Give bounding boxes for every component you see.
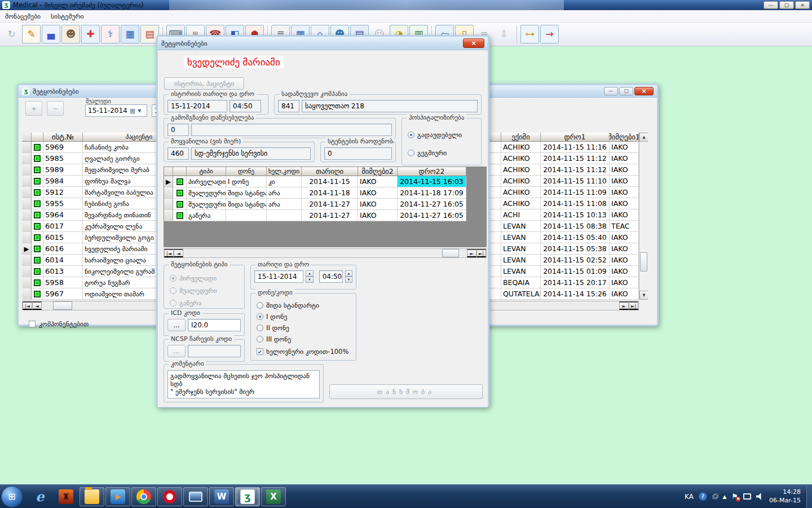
minimize-button[interactable]: — <box>764 1 778 9</box>
scroll-down-icon[interactable]: ▼ <box>639 291 648 300</box>
hscroll-thumb[interactable] <box>442 249 459 257</box>
radio-internal-standard-icon[interactable] <box>257 302 263 309</box>
header-time1[interactable]: დრო1 <box>541 133 610 142</box>
hscroll-track[interactable] <box>183 249 467 257</box>
patient-button[interactable]: ☻ <box>61 25 80 43</box>
menu-data[interactable]: მონაცემები <box>0 11 46 22</box>
radio-planned-icon[interactable] <box>408 150 414 156</box>
manual-code-checkbox-row[interactable]: ✔ ხელოვნური კოდით-100% <box>257 348 348 356</box>
show-desktop-button[interactable] <box>806 485 812 508</box>
insurance-code-field[interactable]: 841 <box>278 100 299 112</box>
hscroll-left-icon[interactable]: ◄ <box>32 301 42 310</box>
sender-code-field[interactable]: 0 <box>167 124 189 136</box>
spin-down-icon[interactable]: ▼ <box>306 277 313 283</box>
radio-internal-standard[interactable]: შიდა სტანდარტი <box>257 301 319 309</box>
radio-level-2[interactable]: II დონე <box>257 324 289 332</box>
header-status[interactable] <box>173 167 187 176</box>
pharmacy-box-button[interactable]: ✚ <box>81 25 100 43</box>
brought-by-code-field[interactable]: 460 <box>167 147 189 160</box>
bed-button[interactable]: ▄ <box>42 25 60 43</box>
icd-browse-button[interactable]: ... <box>167 319 186 331</box>
vscroll-thumb[interactable] <box>640 252 647 271</box>
network-icon[interactable] <box>743 493 751 500</box>
add-record-button[interactable]: ＋ <box>25 101 42 116</box>
history-date-field[interactable]: 15-11-2014 <box>167 100 227 112</box>
sender-name-field[interactable] <box>191 124 392 136</box>
exit-door-button[interactable]: → <box>540 25 559 43</box>
table-row[interactable]: შუალედურიშიდა სტანდარტიარა2014-11-18IAKO… <box>164 187 486 199</box>
scroll-up-icon[interactable]: ▲ <box>639 133 648 142</box>
hscroll-last-icon[interactable]: ►| <box>476 249 486 257</box>
keys-button[interactable]: ⊶ <box>520 25 539 43</box>
icd-code-field[interactable]: I20.0 <box>188 319 241 331</box>
comment-textarea[interactable]: გადმოყვანილია მცხეთის ჯეო ჰოსპიტლიდან სდ… <box>167 370 320 398</box>
components-checkbox-row[interactable]: კომპონენტებით <box>29 320 89 328</box>
stents-count-field[interactable]: 0 <box>324 147 392 160</box>
help-tray-icon[interactable]: ? <box>699 492 707 501</box>
ncsp-code-field[interactable] <box>188 345 241 357</box>
xray-button[interactable]: ▦ <box>121 25 139 43</box>
hscroll-last-icon[interactable]: ►| <box>629 301 638 310</box>
header-receiver2[interactable]: მიმღები2 <box>358 167 398 176</box>
menu-system[interactable]: სისტემური <box>46 11 89 22</box>
hscroll-right-icon[interactable]: ► <box>467 249 476 257</box>
hscroll-left-icon[interactable]: ◄ <box>174 249 183 257</box>
radio-level-1-icon[interactable] <box>257 313 263 320</box>
radio-urgent-icon[interactable] <box>408 132 414 138</box>
date-spinner-field[interactable]: 15-11-2014 <box>254 270 303 283</box>
nurse-button[interactable]: ⚕ <box>101 25 120 43</box>
time-spinner[interactable]: ▲ ▼ <box>345 270 352 283</box>
messages-grid-hscrollbar[interactable]: |◄ ◄ ► ►| <box>164 248 487 258</box>
close-button[interactable]: × <box>795 1 810 9</box>
brought-by-name-field[interactable]: სდ-ემერჯენსი სერვისი <box>191 147 311 160</box>
radio-level-3[interactable]: III დონე <box>257 335 291 343</box>
patients-grid-vscrollbar[interactable]: ▲ ▼ <box>639 133 648 300</box>
hscroll-thumb[interactable] <box>53 301 72 310</box>
taskbar-media-player[interactable]: ▶ <box>105 487 130 506</box>
hscroll-right-icon[interactable]: ► <box>619 301 629 310</box>
header-hand-code[interactable]: ხელ.კოდი <box>267 167 302 176</box>
taskbar-fire-tower[interactable]: ♜ <box>54 487 78 506</box>
maximize-button[interactable]: ▢ <box>779 1 794 9</box>
header-doctor[interactable]: ექიმი <box>501 133 541 142</box>
header-hist-number[interactable]: ისტ.№ <box>43 133 83 142</box>
restore-window-tray-icon[interactable]: ▢ <box>712 493 717 500</box>
radio-planned[interactable]: გეგმიური <box>408 149 447 157</box>
period-date-picker[interactable]: 15-11-2014 ▦ ▼ <box>85 104 147 117</box>
header-type[interactable]: ტიპი <box>187 167 226 176</box>
taskbar-remote-desktop[interactable] <box>183 487 208 506</box>
spin-down-icon[interactable]: ▼ <box>345 277 352 283</box>
taskbar-explorer[interactable] <box>80 487 104 506</box>
taskbar-ie[interactable]: e <box>28 487 52 506</box>
hscroll-first-icon[interactable]: |◄ <box>164 249 174 257</box>
table-row[interactable]: ▶პირველადიI დონეკი2014-11-15IAKO2014-11-… <box>164 176 486 187</box>
bgw-close-button[interactable]: × <box>634 87 654 95</box>
taskbar-word[interactable]: W <box>209 487 234 506</box>
taskbar-medical-app[interactable]: ʒ <box>235 487 260 506</box>
history-time-field[interactable]: 04:50 <box>230 100 261 112</box>
date-spinner[interactable]: ▲ ▼ <box>306 270 313 283</box>
dialog-close-button[interactable]: × <box>463 38 484 48</box>
table-row[interactable]: გაწერა2014-11-27IAKO2014-11-27 16:05 <box>164 210 486 221</box>
radio-level-2-icon[interactable] <box>257 325 263 331</box>
start-button[interactable]: ⊞ <box>1 486 23 507</box>
spin-up-icon[interactable]: ▲ <box>306 270 313 277</box>
header-time22[interactable]: დრო22 <box>398 167 466 176</box>
time-spinner-field[interactable]: 04:50 <box>319 270 343 283</box>
table-row[interactable]: შუალედურიშიდა სტანდარტიარა2014-11-27IAKO… <box>164 199 486 210</box>
language-indicator[interactable]: KA <box>685 493 694 501</box>
header-status[interactable] <box>32 133 43 142</box>
volume-icon[interactable] <box>756 493 764 501</box>
radio-level-3-icon[interactable] <box>257 336 263 343</box>
header-date[interactable]: თარიღი <box>302 167 358 176</box>
bgw-maximize-button[interactable]: ▢ <box>619 87 633 95</box>
edit-note-button[interactable]: ✎ <box>22 25 41 43</box>
hidden-icons-icon[interactable]: ▲ <box>722 494 726 500</box>
spin-up-icon[interactable]: ▲ <box>345 270 352 277</box>
clock[interactable]: 14:28 06-Mar-15 <box>769 488 801 505</box>
insurance-name-field[interactable]: საყოველთაო 218 <box>302 100 478 112</box>
radio-level-1[interactable]: I დონე <box>257 313 287 321</box>
manual-code-checkbox[interactable]: ✔ <box>257 348 263 355</box>
taskbar-excel[interactable]: X <box>261 487 286 506</box>
radio-urgent[interactable]: გადაუდებელი <box>408 131 462 139</box>
